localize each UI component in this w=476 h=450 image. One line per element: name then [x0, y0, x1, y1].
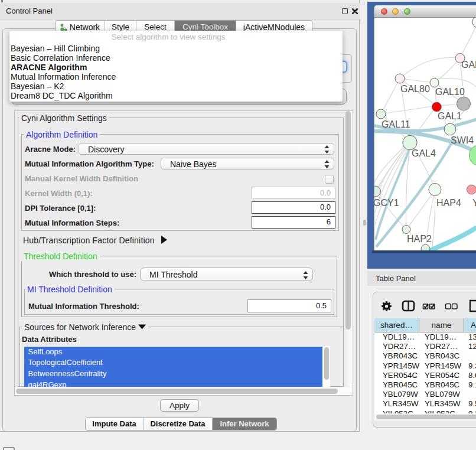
svg-text:GCY1: GCY1 — [374, 198, 399, 208]
svg-text:GAL1: GAL1 — [438, 111, 462, 121]
svg-text:GAL11: GAL11 — [382, 119, 410, 129]
svg-text:GAL4: GAL4 — [412, 148, 436, 158]
svg-text:HAP2: HAP2 — [407, 234, 432, 244]
svg-text:GAL10: GAL10 — [435, 87, 465, 97]
svg-text:GAL80: GAL80 — [400, 84, 430, 94]
svg-text:GAL7: GAL7 — [461, 60, 476, 70]
svg-text:Y: Y — [472, 198, 476, 208]
svg-text:SWI4: SWI4 — [451, 135, 474, 145]
svg-text:HAP4: HAP4 — [436, 198, 461, 208]
